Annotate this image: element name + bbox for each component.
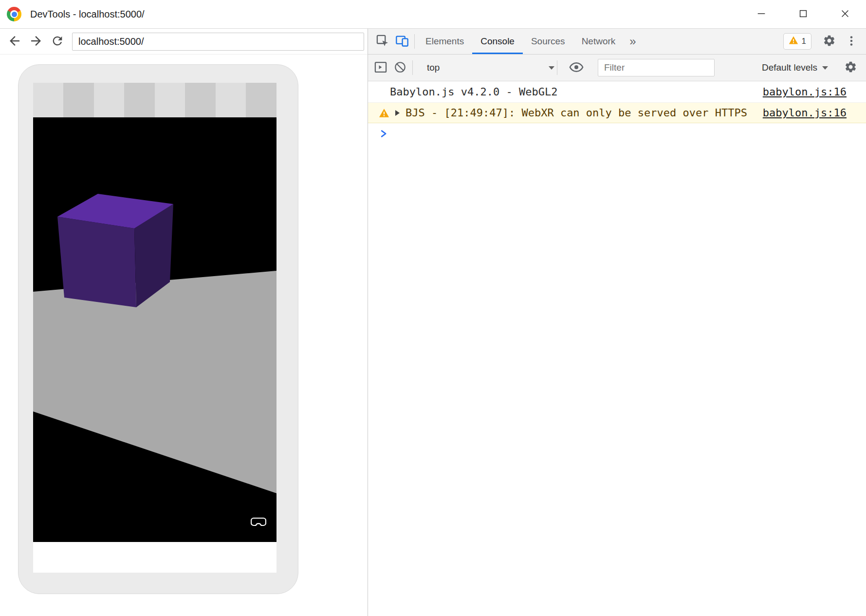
tab-label: Network (582, 36, 616, 47)
tab-label: Console (480, 36, 515, 47)
page-header-placeholder (33, 83, 276, 117)
reload-icon (51, 34, 64, 49)
tab-sources[interactable]: Sources (523, 29, 573, 54)
tab-network[interactable]: Network (573, 29, 624, 54)
clear-console-icon (394, 61, 406, 75)
console-prompt[interactable] (368, 123, 866, 145)
tab-console[interactable]: Console (472, 29, 523, 54)
devtools-menu-button[interactable] (842, 32, 861, 51)
window-titlebar: DevTools - localhost:5000/ (0, 0, 866, 29)
gear-icon (823, 34, 836, 49)
chevron-down-icon (822, 66, 828, 70)
warning-count: 1 (802, 37, 806, 46)
prompt-chevron-icon (380, 128, 388, 140)
source-link[interactable]: babylon.js:16 (763, 107, 847, 119)
log-row: Babylon.js v4.2.0 - WebGL2 babylon.js:16 (368, 81, 866, 103)
eye-icon (569, 61, 584, 75)
ground-plane (33, 271, 276, 493)
chevron-down-icon (549, 66, 554, 70)
toggle-device-toolbar-button[interactable] (392, 32, 412, 51)
more-tabs-button[interactable]: » (624, 35, 642, 48)
log-levels-label: Default levels (762, 62, 817, 73)
devtools-tabbar: Elements Console Sources Network » (368, 29, 866, 55)
toolbar-divider (557, 60, 557, 75)
url-input[interactable] (72, 33, 364, 51)
forward-icon (29, 34, 43, 50)
screencast-navbar (0, 29, 368, 55)
minimize-button[interactable] (740, 0, 782, 28)
forward-button[interactable] (25, 31, 47, 52)
tab-label: Elements (425, 36, 464, 47)
back-icon (7, 34, 22, 50)
toolbar-divider (414, 34, 415, 49)
inspect-cursor-icon (376, 34, 389, 49)
expand-caret-icon[interactable] (395, 110, 400, 116)
back-button[interactable] (4, 31, 25, 52)
console-filter-input[interactable] (598, 59, 715, 76)
maximize-icon (798, 8, 809, 20)
cube-front-face (57, 217, 136, 307)
devtools-pane: Elements Console Sources Network » (368, 29, 866, 616)
javascript-context-selector[interactable]: top (427, 62, 554, 73)
enter-vr-button[interactable] (250, 516, 267, 529)
warning-icon (789, 36, 798, 47)
log-levels-dropdown[interactable]: Default levels (762, 62, 828, 73)
toolbar-divider (412, 60, 413, 75)
kebab-menu-icon (845, 35, 858, 49)
console-settings-button[interactable] (841, 58, 860, 77)
close-icon (840, 8, 850, 20)
console-messages: Babylon.js v4.2.0 - WebGL2 babylon.js:16… (368, 81, 866, 616)
warning-count-badge[interactable]: 1 (783, 33, 811, 50)
tab-label: Sources (531, 36, 565, 47)
chrome-icon (7, 7, 21, 21)
live-expression-button[interactable] (567, 58, 586, 77)
console-toolbar: top Default levels (368, 55, 866, 81)
clear-console-button[interactable] (390, 58, 410, 77)
inspect-element-button[interactable] (373, 32, 392, 51)
context-label: top (427, 62, 440, 73)
gear-icon (844, 60, 857, 75)
webgl-canvas (33, 117, 276, 542)
window-controls (740, 0, 866, 28)
warning-icon (379, 108, 389, 118)
screencast-pane (0, 29, 368, 616)
minimize-icon (756, 8, 767, 20)
device-screen[interactable] (33, 83, 276, 573)
tab-elements[interactable]: Elements (417, 29, 472, 54)
babylon-scene (33, 117, 276, 542)
warning-row: BJS - [21:49:47]: WebXR can only be serv… (368, 103, 866, 123)
window-title: DevTools - localhost:5000/ (30, 9, 145, 20)
log-text: Babylon.js v4.2.0 - WebGL2 (390, 86, 557, 98)
device-emulation-area (0, 55, 368, 616)
source-link[interactable]: babylon.js:16 (763, 86, 847, 98)
devtools-settings-button[interactable] (819, 32, 839, 51)
show-console-sidebar-button[interactable] (371, 58, 390, 77)
close-button[interactable] (824, 0, 866, 28)
maximize-button[interactable] (782, 0, 824, 28)
device-frame (18, 64, 298, 594)
console-sidebar-icon (374, 60, 387, 75)
reload-button[interactable] (47, 31, 68, 52)
device-toolbar-icon (395, 34, 409, 49)
vr-goggles-icon (251, 516, 266, 530)
warning-text: BJS - [21:49:47]: WebXR can only be serv… (405, 107, 747, 119)
